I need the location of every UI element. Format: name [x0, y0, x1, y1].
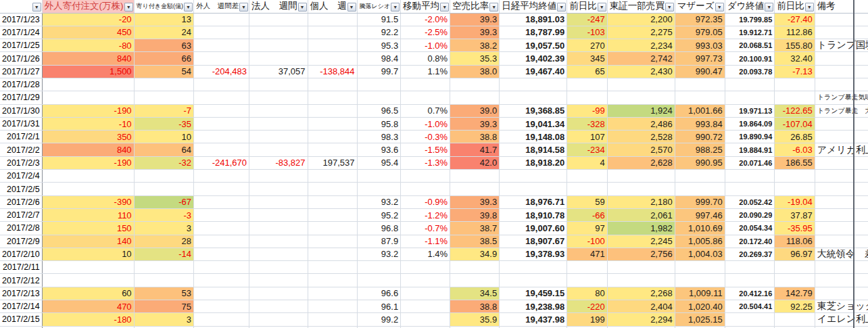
- cell-hojin_week[interactable]: [249, 274, 308, 287]
- cell-dow_chg[interactable]: -122.65: [775, 104, 815, 117]
- cell-nikkei_chg[interactable]: -99: [567, 104, 608, 117]
- cell-hojin_week[interactable]: [249, 26, 308, 39]
- cell-tosho_ichibu[interactable]: [607, 261, 675, 274]
- cell-biko[interactable]: [815, 65, 868, 78]
- cell-toraku_ratio[interactable]: 93.2: [357, 248, 401, 260]
- cell-nikkei_close[interactable]: 18,976.71: [500, 195, 567, 208]
- cell-nikkei_close[interactable]: 18,907.67: [500, 235, 567, 248]
- cell-tosho_ichibu[interactable]: 2,294: [607, 313, 675, 326]
- date-cell[interactable]: 2017/2/3: [0, 156, 42, 169]
- cell-nikkei_chg[interactable]: [567, 91, 608, 104]
- cell-idou_heikin[interactable]: -1.3%: [401, 156, 450, 169]
- cell-dow_close[interactable]: 20.052.42: [725, 195, 775, 208]
- cell-yoritsuki[interactable]: 3: [134, 222, 193, 235]
- cell-nikkei_chg[interactable]: 471: [567, 248, 608, 260]
- column-header-nikkei_chg[interactable]: 前日比▼: [567, 0, 608, 13]
- cell-toraku_ratio[interactable]: [357, 170, 401, 183]
- filter-dropdown-icon[interactable]: ▼: [557, 3, 566, 11]
- cell-dow_close[interactable]: [725, 183, 775, 195]
- cell-gaijin_order[interactable]: 840: [42, 52, 134, 65]
- column-header-date[interactable]: ▼: [0, 0, 42, 13]
- cell-mothers[interactable]: 1,010.69: [675, 222, 725, 235]
- column-header-mothers[interactable]: マザーズ▼: [675, 0, 725, 13]
- cell-nikkei_chg[interactable]: [567, 261, 608, 274]
- cell-nikkei_close[interactable]: 19,402.39: [500, 52, 567, 65]
- date-cell[interactable]: 2017/1/29: [0, 91, 42, 104]
- cell-tosho_ichibu[interactable]: 2,404: [607, 300, 675, 313]
- cell-dow_close[interactable]: 20.093.78: [725, 65, 775, 78]
- cell-hojin_week[interactable]: [249, 222, 308, 235]
- cell-tosho_ichibu[interactable]: 2,528: [607, 131, 675, 143]
- cell-mothers[interactable]: 1,009.11: [675, 287, 725, 300]
- cell-kojin_week[interactable]: 197,537: [308, 156, 357, 169]
- cell-idou_heikin[interactable]: -1.5%: [401, 143, 450, 156]
- cell-biko[interactable]: [815, 156, 868, 169]
- cell-hojin_week[interactable]: [249, 208, 308, 221]
- cell-gaijin_week[interactable]: [194, 183, 249, 195]
- cell-idou_heikin[interactable]: 1.4%: [401, 248, 450, 260]
- cell-toraku_ratio[interactable]: 96.5: [357, 104, 401, 117]
- cell-mothers[interactable]: [675, 170, 725, 183]
- cell-nikkei_chg[interactable]: [567, 183, 608, 195]
- cell-mothers[interactable]: 972.35: [675, 13, 725, 26]
- filter-dropdown-icon[interactable]: ▼: [347, 3, 356, 11]
- cell-karauri_hiritsu[interactable]: 34.5: [450, 287, 500, 300]
- date-cell[interactable]: 2017/2/4: [0, 170, 42, 183]
- cell-mothers[interactable]: 1,025.15: [675, 313, 725, 326]
- cell-toraku_ratio[interactable]: 99.7: [357, 65, 401, 78]
- cell-dow_chg[interactable]: 96.97: [775, 248, 815, 260]
- filter-dropdown-icon[interactable]: ▼: [805, 3, 814, 11]
- cell-gaijin_week[interactable]: [194, 117, 249, 130]
- cell-hojin_week[interactable]: [249, 131, 308, 143]
- cell-biko[interactable]: [815, 183, 868, 195]
- cell-dow_chg[interactable]: -107.04: [775, 117, 815, 130]
- cell-tosho_ichibu[interactable]: 2,245: [607, 235, 675, 248]
- cell-biko[interactable]: [815, 274, 868, 287]
- cell-toraku_ratio[interactable]: [357, 274, 401, 287]
- cell-mothers[interactable]: [675, 274, 725, 287]
- cell-tosho_ichibu[interactable]: 2,756: [607, 248, 675, 260]
- cell-gaijin_week[interactable]: [194, 235, 249, 248]
- cell-hojin_week[interactable]: [249, 183, 308, 195]
- cell-nikkei_chg[interactable]: 107: [567, 131, 608, 143]
- cell-yoritsuki[interactable]: [134, 78, 193, 91]
- cell-kojin_week[interactable]: [308, 195, 357, 208]
- cell-kojin_week[interactable]: -138,844: [308, 65, 357, 78]
- cell-idou_heikin[interactable]: [401, 287, 450, 300]
- date-cell[interactable]: 2017/2/9: [0, 235, 42, 248]
- cell-tosho_ichibu[interactable]: 1,982: [607, 222, 675, 235]
- cell-idou_heikin[interactable]: [401, 91, 450, 104]
- cell-idou_heikin[interactable]: -1.0%: [401, 117, 450, 130]
- cell-gaijin_order[interactable]: [42, 183, 134, 195]
- cell-gaijin_order[interactable]: 110: [42, 208, 134, 221]
- cell-nikkei_chg[interactable]: 97: [567, 222, 608, 235]
- cell-gaijin_week[interactable]: [194, 287, 249, 300]
- cell-dow_chg[interactable]: 92.25: [775, 300, 815, 313]
- cell-nikkei_chg[interactable]: -66: [567, 208, 608, 221]
- cell-karauri_hiritsu[interactable]: 38.8: [450, 131, 500, 143]
- cell-dow_close[interactable]: 20.504.41: [725, 300, 775, 313]
- cell-tosho_ichibu[interactable]: 2,061: [607, 208, 675, 221]
- cell-nikkei_close[interactable]: [500, 170, 567, 183]
- cell-dow_chg[interactable]: [775, 170, 815, 183]
- cell-nikkei_chg[interactable]: 345: [567, 52, 608, 65]
- cell-nikkei_close[interactable]: [500, 91, 567, 104]
- cell-dow_chg[interactable]: 32.40: [775, 52, 815, 65]
- cell-yoritsuki[interactable]: 66: [134, 52, 193, 65]
- cell-yoritsuki[interactable]: [134, 261, 193, 274]
- cell-yoritsuki[interactable]: [134, 183, 193, 195]
- cell-mothers[interactable]: 1,004.03: [675, 248, 725, 260]
- cell-yoritsuki[interactable]: 63: [134, 39, 193, 52]
- cell-hojin_week[interactable]: [249, 104, 308, 117]
- cell-karauri_hiritsu[interactable]: 38.2: [450, 39, 500, 52]
- cell-karauri_hiritsu[interactable]: [450, 183, 500, 195]
- column-header-biko[interactable]: 備考▼: [815, 0, 868, 13]
- cell-hojin_week[interactable]: [249, 235, 308, 248]
- cell-dow_chg[interactable]: [775, 183, 815, 195]
- cell-tosho_ichibu[interactable]: [607, 170, 675, 183]
- cell-gaijin_order[interactable]: -190: [42, 156, 134, 169]
- date-cell[interactable]: 2017/1/30: [0, 104, 42, 117]
- cell-kojin_week[interactable]: [308, 104, 357, 117]
- cell-mothers[interactable]: 997.73: [675, 52, 725, 65]
- cell-yoritsuki[interactable]: 13: [134, 13, 193, 26]
